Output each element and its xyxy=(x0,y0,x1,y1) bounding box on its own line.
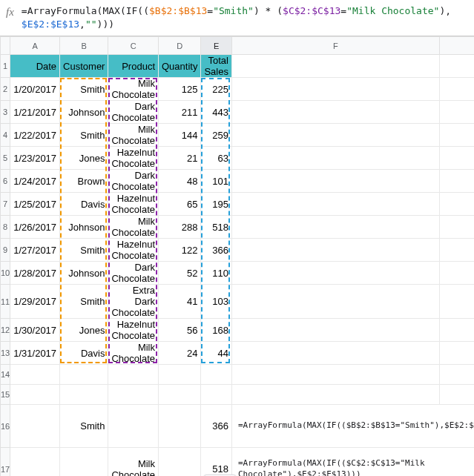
cell[interactable] xyxy=(159,448,201,476)
cell[interactable] xyxy=(60,385,108,405)
cell[interactable] xyxy=(439,78,474,101)
cell[interactable]: 1/29/2017 xyxy=(10,285,60,319)
cell[interactable]: Customer xyxy=(60,55,108,78)
row-header[interactable]: 4 xyxy=(1,124,10,147)
cell[interactable]: Milk Chocolate xyxy=(108,78,159,101)
cell[interactable]: Johnson xyxy=(60,216,108,239)
row-header[interactable]: 1 xyxy=(1,55,10,78)
cell[interactable] xyxy=(439,55,474,78)
cell[interactable] xyxy=(159,385,201,405)
cell[interactable]: 52 xyxy=(159,262,201,285)
cell[interactable]: 1/31/2017 xyxy=(10,342,60,365)
cell[interactable]: Milk Chocolate xyxy=(108,448,159,476)
row-header[interactable]: 12 xyxy=(1,319,10,342)
cell[interactable]: 366 xyxy=(201,239,232,262)
cell[interactable]: 24 xyxy=(159,342,201,365)
cell[interactable]: 1/28/2017 xyxy=(10,262,60,285)
cell[interactable] xyxy=(201,365,232,385)
cell[interactable]: Dark Chocolate xyxy=(108,262,159,285)
cell[interactable]: Dark Chocolate xyxy=(108,170,159,193)
cell[interactable] xyxy=(108,405,159,448)
cell[interactable]: 65 xyxy=(159,193,201,216)
row-header[interactable]: 14 xyxy=(1,365,10,385)
cell[interactable] xyxy=(231,216,439,239)
cell[interactable] xyxy=(439,147,474,170)
cell[interactable] xyxy=(231,78,439,101)
row-header[interactable]: 3 xyxy=(1,101,10,124)
col-header-A[interactable]: A xyxy=(10,37,60,55)
cell[interactable] xyxy=(231,385,439,405)
cell[interactable] xyxy=(159,365,201,385)
cell[interactable]: 110 xyxy=(201,262,232,285)
cell[interactable]: 1/30/2017 xyxy=(10,319,60,342)
cell[interactable] xyxy=(439,216,474,239)
cell[interactable] xyxy=(439,170,474,193)
cell[interactable]: 63 xyxy=(201,147,232,170)
cell[interactable]: Davis xyxy=(60,193,108,216)
cell[interactable]: 259 xyxy=(201,124,232,147)
cell[interactable]: 1/22/2017 xyxy=(10,124,60,147)
cell[interactable]: 56 xyxy=(159,319,201,342)
row-header[interactable]: 7 xyxy=(1,193,10,216)
row-header[interactable]: 2 xyxy=(1,78,10,101)
cell[interactable]: 211 xyxy=(159,101,201,124)
cell[interactable]: 1/25/2017 xyxy=(10,193,60,216)
cell[interactable]: 21 xyxy=(159,147,201,170)
cell[interactable]: Johnson xyxy=(60,101,108,124)
cell[interactable] xyxy=(439,101,474,124)
cell[interactable] xyxy=(159,405,201,448)
row-header[interactable]: 8 xyxy=(1,216,10,239)
formula-bar-content[interactable]: =ArrayFormula(MAX(IF(($B$2:$B$13="Smith"… xyxy=(22,4,468,31)
cell[interactable]: Smith xyxy=(60,78,108,101)
cell[interactable]: Jones xyxy=(60,147,108,170)
row-header[interactable]: 15 xyxy=(1,385,10,405)
cell[interactable]: 103 xyxy=(201,285,232,319)
cell[interactable] xyxy=(439,262,474,285)
cell[interactable]: 44 xyxy=(201,342,232,365)
cell[interactable] xyxy=(231,319,439,342)
row-header[interactable]: 16 xyxy=(1,405,10,448)
cell[interactable] xyxy=(439,239,474,262)
spreadsheet-grid[interactable]: A B C D E F G 1 Date Customer Product Qu… xyxy=(0,36,474,476)
cell[interactable]: Hazelnut Chocolate xyxy=(108,239,159,262)
row-header[interactable]: 13 xyxy=(1,342,10,365)
cell[interactable] xyxy=(439,342,474,365)
cell[interactable]: 1/24/2017 xyxy=(10,170,60,193)
cell[interactable] xyxy=(201,385,232,405)
cell[interactable]: 125 xyxy=(159,78,201,101)
cell[interactable] xyxy=(439,385,474,405)
cell[interactable]: Davis xyxy=(60,342,108,365)
cell[interactable] xyxy=(231,101,439,124)
cell[interactable]: Product xyxy=(108,55,159,78)
cell[interactable]: 48 xyxy=(159,170,201,193)
cell[interactable]: 1/20/2017 xyxy=(10,78,60,101)
cell[interactable]: Dark Chocolate xyxy=(108,101,159,124)
cell[interactable]: Johnson xyxy=(60,262,108,285)
cell[interactable] xyxy=(231,193,439,216)
cell[interactable] xyxy=(231,342,439,365)
cell[interactable] xyxy=(231,262,439,285)
cell[interactable] xyxy=(10,365,60,385)
cell[interactable] xyxy=(231,55,439,78)
cell[interactable]: Jones xyxy=(60,319,108,342)
cell[interactable]: 144 xyxy=(159,124,201,147)
cell[interactable] xyxy=(108,385,159,405)
cell[interactable]: 443 xyxy=(201,101,232,124)
cell[interactable]: 366 xyxy=(201,405,232,448)
cell[interactable] xyxy=(231,365,439,385)
col-header-G[interactable]: G xyxy=(439,37,474,55)
cell[interactable] xyxy=(231,124,439,147)
cell[interactable]: Smith xyxy=(60,124,108,147)
cell[interactable]: 518 xyxy=(201,448,232,476)
cell[interactable] xyxy=(439,319,474,342)
cell[interactable]: =ArrayFormula(MAX(IF(($C$2:$C$13="Milk C… xyxy=(231,448,474,476)
cell[interactable] xyxy=(231,285,439,319)
row-header[interactable]: 10 xyxy=(1,262,10,285)
cell[interactable] xyxy=(10,448,60,476)
cell[interactable]: Smith xyxy=(60,239,108,262)
cell[interactable]: Hazelnut Chocolate xyxy=(108,147,159,170)
cell[interactable]: Quantity xyxy=(159,55,201,78)
cell[interactable] xyxy=(231,170,439,193)
cell[interactable]: Hazelnut Chocolate xyxy=(108,193,159,216)
cell[interactable]: Smith xyxy=(60,285,108,319)
